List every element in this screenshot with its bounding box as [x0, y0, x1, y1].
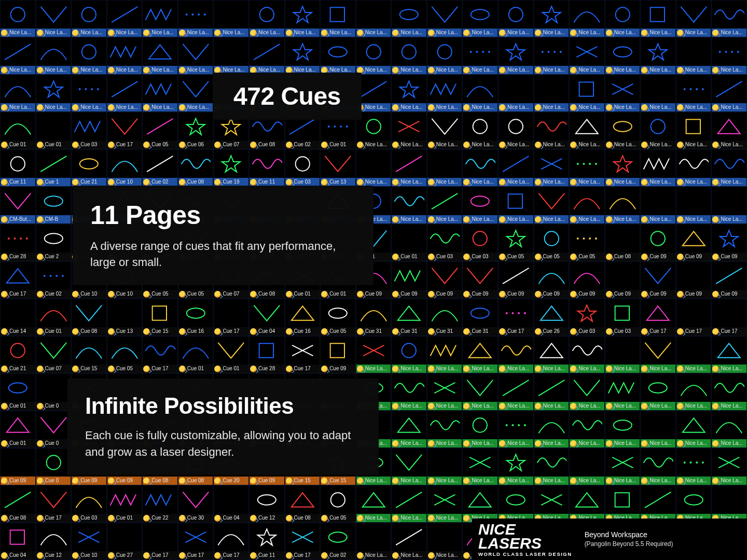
cue-cell[interactable]: Cue 12	[249, 485, 285, 523]
cue-cell[interactable]: Cue 01	[0, 373, 36, 411]
cue-cell[interactable]: Nice La...	[427, 336, 463, 373]
cue-cell[interactable]: Cue 17	[107, 112, 143, 149]
cue-cell[interactable]: Nice La...	[569, 37, 605, 75]
cue-cell[interactable]: Cue 28	[0, 224, 36, 261]
cue-cell[interactable]: Nice La...	[569, 411, 605, 448]
cue-cell[interactable]: Nice La...	[569, 448, 605, 485]
cue-cell[interactable]: Nice La...	[356, 523, 392, 560]
cue-cell[interactable]: Cue 09	[534, 261, 570, 299]
cue-cell[interactable]: Nice La...	[640, 373, 676, 411]
cue-cell[interactable]: Nice La...	[391, 149, 427, 187]
cue-cell[interactable]: Nice La...	[711, 75, 747, 112]
cue-cell[interactable]: Cue 01	[213, 336, 249, 373]
cue-cell[interactable]: Nice La...	[640, 187, 676, 224]
cue-cell[interactable]: Nice La...	[107, 75, 143, 112]
cue-cell[interactable]: Nice La...	[249, 37, 285, 75]
cue-cell[interactable]: Nice La...	[391, 187, 427, 224]
cue-cell[interactable]: Nice La...	[213, 0, 249, 37]
cue-cell[interactable]: Nice La...	[640, 37, 676, 75]
cue-cell[interactable]: Nice La...	[462, 448, 498, 485]
cue-cell[interactable]: Cue 15	[142, 299, 178, 336]
cue-cell[interactable]: Cue 10	[71, 523, 107, 560]
cue-cell[interactable]: Nice La...	[462, 0, 498, 37]
cue-cell[interactable]: Nice La...	[427, 523, 463, 560]
cue-cell[interactable]: Cue 09	[605, 261, 641, 299]
cue-cell[interactable]: Nice La...	[0, 37, 36, 75]
cue-cell[interactable]: Nice La...	[676, 448, 712, 485]
cue-cell[interactable]: Nice La...	[534, 112, 570, 149]
cue-cell[interactable]: Cue 27	[107, 523, 143, 560]
cue-cell[interactable]: Cue 17	[213, 299, 249, 336]
cue-cell[interactable]: Nice La...	[640, 411, 676, 448]
cue-cell[interactable]: Cue 17	[178, 523, 214, 560]
cue-cell[interactable]: Nice La...	[605, 149, 641, 187]
cue-cell[interactable]: Nice La...	[391, 523, 427, 560]
cue-cell[interactable]: Cue 01	[178, 336, 214, 373]
cue-cell[interactable]: Cue 09	[320, 336, 356, 373]
cue-cell[interactable]: Nice La...	[0, 0, 36, 37]
cue-cell[interactable]: Nice La...	[534, 0, 570, 37]
cue-cell[interactable]: Nice La...	[711, 149, 747, 187]
cue-cell[interactable]: Cue 06	[178, 112, 214, 149]
cue-cell[interactable]: Cue 01	[0, 411, 36, 448]
cue-cell[interactable]: Nice La...	[71, 37, 107, 75]
cue-cell[interactable]: Cue 17	[498, 299, 534, 336]
cue-cell[interactable]: Nice La...	[711, 373, 747, 411]
cue-cell[interactable]: Nice La...	[676, 336, 712, 373]
cue-cell[interactable]: Nice La...	[605, 336, 641, 373]
cue-cell[interactable]: Cue 22	[142, 485, 178, 523]
cue-cell[interactable]: Cue 0	[36, 411, 72, 448]
cue-cell[interactable]: Nice La...	[569, 187, 605, 224]
cue-cell[interactable]: Nice La...	[534, 75, 570, 112]
cue-cell[interactable]: Nice La...	[356, 149, 392, 187]
cue-cell[interactable]: Cue 03	[71, 485, 107, 523]
cue-cell[interactable]: Cue 01	[0, 112, 36, 149]
cue-cell[interactable]: Nice La...	[498, 75, 534, 112]
cue-cell[interactable]: Nice La...	[676, 411, 712, 448]
cue-cell[interactable]: Cue 11	[249, 149, 285, 187]
cue-cell[interactable]: Nice La...	[462, 149, 498, 187]
cue-cell[interactable]: Cue 2	[36, 224, 72, 261]
cue-cell[interactable]: Nice La...	[356, 485, 392, 523]
cue-cell[interactable]: Cue 03	[569, 299, 605, 336]
cue-cell[interactable]: Nice La...	[320, 37, 356, 75]
cue-cell[interactable]: Nice La...	[498, 336, 534, 373]
cue-cell[interactable]: Cue 07	[36, 336, 72, 373]
cue-cell[interactable]: Nice La...	[605, 0, 641, 37]
cue-cell[interactable]: Cue 01	[36, 299, 72, 336]
cue-cell[interactable]: Cue 04	[213, 485, 249, 523]
cue-cell[interactable]: Nice La...	[427, 112, 463, 149]
cue-cell[interactable]: Nice La...	[462, 336, 498, 373]
cue-cell[interactable]: Nice La...	[391, 336, 427, 373]
cue-cell[interactable]: Nice La...	[36, 75, 72, 112]
cue-cell[interactable]: Cue 19	[213, 149, 249, 187]
cue-cell[interactable]: Nice La...	[427, 411, 463, 448]
cue-cell[interactable]: Nice La...	[391, 411, 427, 448]
cue-cell[interactable]: Cue 08	[285, 485, 321, 523]
cue-cell[interactable]: Nice La...	[498, 187, 534, 224]
cue-cell[interactable]: Nice La...	[178, 37, 214, 75]
cue-cell[interactable]: Nice La...	[142, 0, 178, 37]
cue-cell[interactable]: Nice La...	[178, 75, 214, 112]
cue-cell[interactable]: Cue 05	[534, 224, 570, 261]
cue-cell[interactable]: Nice La...	[534, 448, 570, 485]
cue-cell[interactable]: Cue 31	[462, 299, 498, 336]
cue-cell[interactable]: Nice La...	[534, 336, 570, 373]
cue-cell[interactable]: Nice La...	[676, 187, 712, 224]
cue-cell[interactable]: Cue 03	[71, 112, 107, 149]
cue-cell[interactable]: Nice La...	[640, 112, 676, 149]
cue-cell[interactable]: Nice La...	[427, 187, 463, 224]
cue-cell[interactable]: Cue 09	[462, 261, 498, 299]
cue-cell[interactable]: Nice La...	[427, 485, 463, 523]
cue-cell[interactable]: Cue 05	[569, 224, 605, 261]
cue-cell[interactable]: Cue 09	[676, 261, 712, 299]
cue-cell[interactable]: Cue 17	[676, 299, 712, 336]
cue-cell[interactable]: Nice La...	[640, 75, 676, 112]
cue-cell[interactable]: Cue 0	[36, 448, 72, 485]
cue-cell[interactable]: Nice La...	[462, 187, 498, 224]
cue-cell[interactable]: Nice La...	[605, 485, 641, 523]
cue-cell[interactable]: Cue 05	[320, 485, 356, 523]
cue-cell[interactable]: Cue 03	[462, 224, 498, 261]
cue-cell[interactable]: Cue 21	[71, 149, 107, 187]
cue-cell[interactable]: Cue 1	[36, 149, 72, 187]
